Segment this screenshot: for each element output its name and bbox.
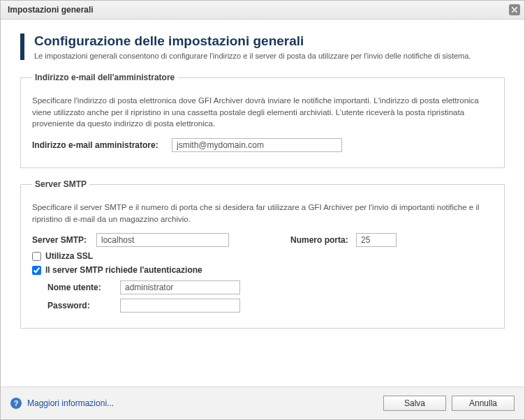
requires-auth-row[interactable]: Il server SMTP richiede l'autenticazione <box>32 265 493 275</box>
use-ssl-row[interactable]: Utilizza SSL <box>32 251 493 261</box>
close-icon[interactable] <box>509 4 520 15</box>
username-label: Nome utente: <box>47 283 120 292</box>
requires-auth-label: Il server SMTP richiede l'autenticazione <box>45 265 202 275</box>
legend-smtp: Server SMTP <box>32 179 89 189</box>
use-ssl-label: Utilizza SSL <box>45 251 93 261</box>
titlebar: Impostazioni generali <box>1 1 524 20</box>
fieldset-smtp: Server SMTP Specificare il server SMTP e… <box>20 179 505 329</box>
smtp-port-label: Numero porta: <box>290 235 356 245</box>
username-input[interactable] <box>120 280 240 294</box>
smtp-server-label: Server SMTP: <box>32 235 96 245</box>
more-info-link[interactable]: Maggiori informazioni... <box>27 398 114 408</box>
header-accent <box>20 33 24 60</box>
header-block: Configurazione delle impostazioni genera… <box>20 33 505 60</box>
requires-auth-checkbox[interactable] <box>32 266 41 275</box>
help-icon[interactable]: ? <box>10 398 22 409</box>
fieldset-admin-email: Indirizzo e-mail dell'amministratore Spe… <box>20 73 505 168</box>
window-title: Impostazioni generali <box>8 5 94 15</box>
legend-admin-email: Indirizzo e-mail dell'amministratore <box>32 73 177 82</box>
smtp-server-input[interactable] <box>96 233 229 247</box>
dialog-body: Configurazione delle impostazioni genera… <box>1 20 524 387</box>
password-input[interactable] <box>120 299 240 313</box>
admin-email-description: Specificare l'indirizzo di posta elettro… <box>32 95 493 130</box>
password-label: Password: <box>47 301 120 310</box>
smtp-description: Specificare il server SMTP e il numero d… <box>32 202 493 225</box>
auth-block: Nome utente: Password: <box>47 280 493 313</box>
page-subtitle: Le impostazioni generali consentono di c… <box>34 52 471 60</box>
footer: ? Maggiori informazioni... Salva Annulla <box>1 387 524 419</box>
smtp-port-input[interactable] <box>356 233 397 247</box>
admin-email-label: Indirizzo e-mail amministratore: <box>32 140 172 150</box>
use-ssl-checkbox[interactable] <box>32 252 41 261</box>
dialog-general-settings: Impostazioni generali Configurazione del… <box>0 0 525 420</box>
cancel-button[interactable]: Annulla <box>452 396 515 411</box>
page-title: Configurazione delle impostazioni genera… <box>34 33 471 49</box>
save-button[interactable]: Salva <box>383 396 446 411</box>
admin-email-input[interactable] <box>172 138 342 152</box>
